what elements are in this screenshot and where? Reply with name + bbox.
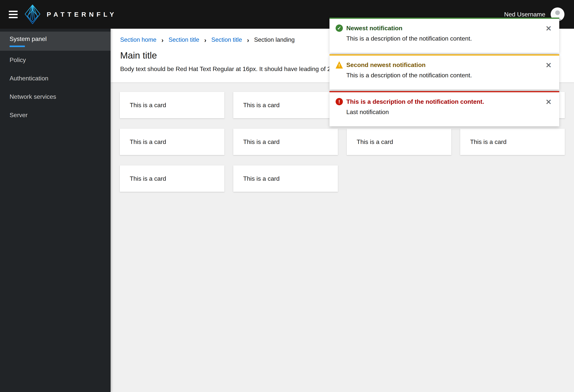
sidebar-nav: System panel Policy Authentication Netwo… bbox=[0, 29, 111, 392]
toast-header: ! Second newest notification bbox=[336, 61, 549, 68]
close-icon[interactable]: ✕ bbox=[546, 98, 552, 106]
exclamation-circle-icon: ! bbox=[336, 98, 343, 105]
card-label: This is a card bbox=[470, 138, 507, 145]
sidebar-item-authentication[interactable]: Authentication bbox=[0, 69, 111, 87]
sidebar-item-label: System panel bbox=[10, 35, 47, 42]
breadcrumb-current-page: Section landing bbox=[254, 36, 295, 43]
card[interactable]: This is a card bbox=[347, 129, 451, 155]
sidebar-item-label: Network services bbox=[10, 93, 56, 100]
breadcrumb-link-section-title-2[interactable]: Section title bbox=[211, 36, 242, 43]
card[interactable]: This is a card bbox=[233, 165, 338, 192]
breadcrumb-link-section-home[interactable]: Section home bbox=[120, 36, 157, 43]
card-label: This is a card bbox=[130, 175, 166, 182]
breadcrumb-link-section-title[interactable]: Section title bbox=[168, 36, 199, 43]
breadcrumb-separator-icon: › bbox=[247, 36, 249, 43]
card-label: This is a card bbox=[243, 102, 280, 109]
toast-title: Newest notification bbox=[346, 24, 402, 32]
card[interactable]: This is a card bbox=[233, 92, 338, 118]
brand-logo: PATTERNFLY bbox=[24, 4, 117, 24]
card[interactable]: This is a card bbox=[233, 129, 338, 155]
username-label: Ned Username bbox=[504, 11, 545, 18]
sidebar-item-system-panel[interactable]: System panel bbox=[0, 32, 111, 51]
toast-warning: ! Second newest notification ✕ This is a… bbox=[329, 54, 559, 90]
hamburger-bar bbox=[9, 17, 18, 18]
card-label: This is a card bbox=[243, 175, 280, 182]
toast-title: This is a description of the notificatio… bbox=[346, 98, 484, 105]
patternfly-logo-icon bbox=[24, 4, 41, 24]
toast-header: ✓ Newest notification bbox=[336, 24, 549, 32]
sidebar-item-label: Policy bbox=[10, 57, 26, 63]
sidebar-item-label: Server bbox=[10, 112, 28, 119]
sidebar-item-network-services[interactable]: Network services bbox=[0, 87, 111, 106]
toast-success: ✓ Newest notification ✕ This is a descri… bbox=[329, 18, 559, 53]
card-label: This is a card bbox=[130, 102, 166, 109]
card[interactable]: This is a card bbox=[120, 165, 225, 192]
check-circle-icon: ✓ bbox=[336, 24, 343, 32]
sidebar-item-policy[interactable]: Policy bbox=[0, 51, 111, 69]
sidebar-item-label: Authentication bbox=[10, 75, 48, 82]
card-label: This is a card bbox=[243, 138, 280, 145]
toast-notification-group: ✓ Newest notification ✕ This is a descri… bbox=[329, 18, 559, 126]
card[interactable]: This is a card bbox=[120, 92, 225, 118]
hamburger-bar bbox=[9, 11, 18, 12]
toast-danger: ! This is a description of the notificat… bbox=[329, 91, 559, 126]
breadcrumb-separator-icon: › bbox=[162, 36, 164, 43]
toast-description: This is a description of the notificatio… bbox=[346, 72, 549, 79]
nav-toggle-hamburger-icon[interactable] bbox=[9, 9, 18, 20]
card-label: This is a card bbox=[130, 138, 166, 145]
brand-text: PATTERNFLY bbox=[47, 11, 117, 18]
close-icon[interactable]: ✕ bbox=[546, 25, 552, 32]
toast-title: Second newest notification bbox=[346, 61, 426, 68]
current-item-indicator bbox=[10, 45, 25, 47]
toast-description: Last notification bbox=[346, 108, 549, 116]
hamburger-bar bbox=[9, 14, 18, 15]
toast-header: ! This is a description of the notificat… bbox=[336, 98, 549, 105]
card[interactable]: This is a card bbox=[120, 129, 225, 155]
toast-description: This is a description of the notificatio… bbox=[346, 35, 549, 42]
card[interactable]: This is a card bbox=[460, 129, 565, 155]
card-label: This is a card bbox=[357, 138, 393, 145]
warning-triangle-icon: ! bbox=[336, 61, 343, 68]
breadcrumb-separator-icon: › bbox=[204, 36, 206, 43]
close-icon[interactable]: ✕ bbox=[546, 62, 552, 69]
sidebar-item-server[interactable]: Server bbox=[0, 106, 111, 124]
